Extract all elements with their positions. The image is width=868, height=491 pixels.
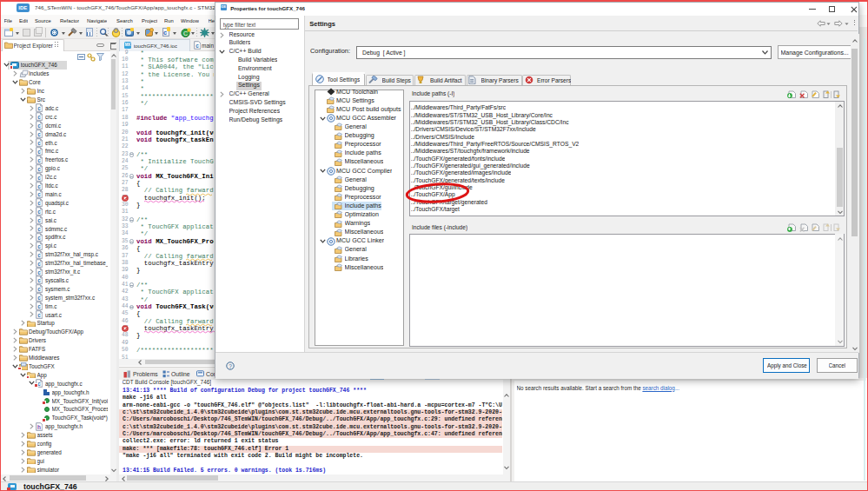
svg-text:c: c xyxy=(37,166,41,172)
svg-text:c: c xyxy=(37,149,41,155)
svg-text:c: c xyxy=(195,43,199,49)
svg-text:c: c xyxy=(37,252,41,258)
svg-text:c: c xyxy=(37,200,41,206)
svg-text:c: c xyxy=(37,312,41,318)
svg-text:c: c xyxy=(37,243,41,249)
svg-text:c: c xyxy=(37,123,41,129)
svg-text:c: c xyxy=(37,286,41,292)
svg-text:c: c xyxy=(37,303,41,309)
svg-text:c: c xyxy=(37,105,41,111)
svg-text:c: c xyxy=(37,235,41,241)
svg-text:c: c xyxy=(37,217,41,223)
svg-text:c: c xyxy=(37,209,41,215)
svg-text:c: c xyxy=(37,183,41,189)
svg-text:c: c xyxy=(37,114,41,120)
svg-text:c: c xyxy=(37,261,41,267)
svg-text:c: c xyxy=(37,140,41,146)
svg-text:c: c xyxy=(37,157,41,163)
svg-text:C: C xyxy=(182,30,187,36)
svg-text:h: h xyxy=(37,424,41,430)
svg-text:c: c xyxy=(37,191,41,197)
svg-text:c: c xyxy=(37,269,41,275)
svg-text:c: c xyxy=(37,175,41,181)
svg-text:c: c xyxy=(37,131,41,137)
svg-text:?: ? xyxy=(229,362,232,368)
svg-text:c: c xyxy=(37,226,41,232)
svg-text:c: c xyxy=(37,277,41,283)
svg-text:c: c xyxy=(37,295,41,301)
